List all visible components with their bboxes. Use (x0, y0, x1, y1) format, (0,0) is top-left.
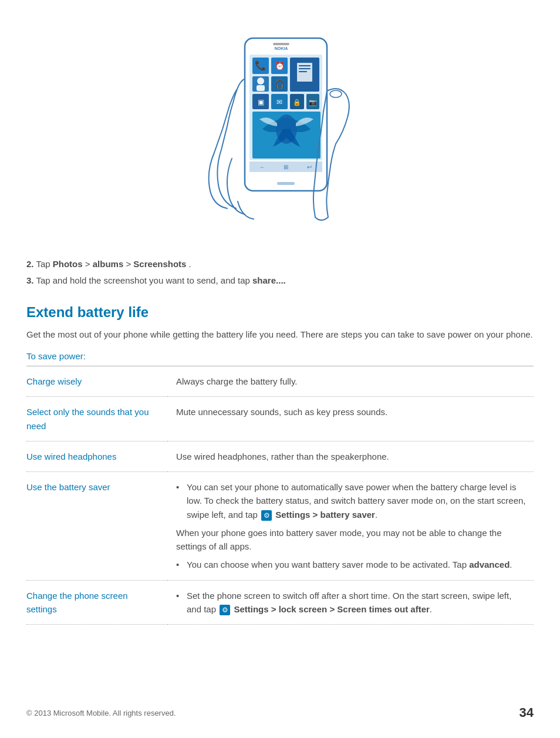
table-label: To save power: (26, 351, 534, 361)
svg-rect-10 (299, 65, 311, 66)
row-content-headphones: Use wired headphones, rather than the sp… (167, 441, 534, 471)
step3-text: 3. Tap and hold the screenshot you want … (26, 274, 534, 288)
svg-text:↩: ↩ (307, 164, 312, 170)
svg-text:⊞: ⊞ (284, 164, 288, 170)
settings-icon-2 (220, 605, 230, 615)
phone-illustration: NOKIA 📞 ⏰ 🎧 (26, 18, 534, 241)
footer: © 2013 Microsoft Mobile. All rights rese… (26, 705, 534, 720)
settings-nav-1: Settings > battery saver (275, 510, 375, 520)
advanced-label: advanced (469, 560, 510, 569)
svg-rect-11 (299, 68, 311, 69)
power-table: Charge wisely Always charge the battery … (26, 366, 534, 625)
row-content-screen: Set the phone screen to switch off after… (167, 580, 534, 625)
settings-icon (261, 510, 272, 521)
list-item: You can choose when you want battery sav… (176, 558, 528, 571)
row-label-battery-saver: Use the battery saver (26, 472, 167, 581)
step2-text: 2. Tap Photos > albums > Screenshots . (26, 257, 534, 271)
svg-text:🔒: 🔒 (293, 98, 301, 106)
step2-photos: Photos (53, 259, 83, 269)
list-item: You can set your phone to automatically … (176, 480, 528, 521)
table-row: Change the phone screen settings Set the… (26, 580, 534, 625)
row-content-battery-saver: You can set your phone to automatically … (167, 472, 534, 581)
svg-rect-2 (273, 43, 289, 45)
step2-number: 2. (26, 259, 34, 269)
list-item: Set the phone screen to switch off after… (176, 589, 528, 616)
svg-rect-12 (299, 71, 307, 72)
svg-text:📞: 📞 (255, 60, 266, 71)
step2-albums: albums (93, 259, 124, 269)
svg-rect-32 (277, 182, 295, 185)
svg-text:⏰: ⏰ (275, 61, 285, 71)
settings-nav-2: Settings > lock screen > Screen times ou… (234, 604, 429, 614)
footer-copyright: © 2013 Microsoft Mobile. All rights rese… (26, 709, 176, 717)
svg-point-33 (330, 90, 342, 97)
table-row: Use the battery saver You can set your p… (26, 472, 534, 581)
table-row: Use wired headphones Use wired headphone… (26, 441, 534, 471)
intro-text: Get the most out of your phone while get… (26, 328, 534, 342)
svg-rect-16 (257, 85, 265, 91)
svg-text:NOKIA: NOKIA (275, 46, 288, 50)
svg-text:🎧: 🎧 (275, 79, 285, 89)
table-row: Charge wisely Always charge the battery … (26, 366, 534, 397)
phone-svg: NOKIA 📞 ⏰ 🎧 (186, 21, 374, 238)
row-content-charge: Always charge the battery fully. (167, 366, 534, 397)
row-label-screen: Change the phone screen settings (26, 580, 167, 625)
step3-share: share.... (252, 275, 286, 285)
svg-text:▣: ▣ (258, 98, 264, 106)
table-row: Select only the sounds that you need Mut… (26, 397, 534, 442)
page: NOKIA 📞 ⏰ 🎧 (0, 0, 560, 738)
sub-note-battery: When your phone goes into battery saver … (176, 526, 528, 554)
row-label-charge: Charge wisely (26, 366, 167, 397)
svg-text:←: ← (259, 164, 265, 170)
row-label-headphones: Use wired headphones (26, 441, 167, 471)
row-content-sounds: Mute unnecessary sounds, such as key pre… (167, 397, 534, 442)
footer-page-number: 34 (519, 705, 534, 720)
svg-text:📷: 📷 (309, 98, 317, 106)
instructions: 2. Tap Photos > albums > Screenshots . 3… (26, 257, 534, 288)
step2-screenshots: Screenshots (133, 259, 186, 269)
row-label-sounds: Select only the sounds that you need (26, 397, 167, 442)
svg-point-15 (257, 77, 264, 85)
svg-text:✉: ✉ (276, 98, 282, 106)
section-heading: Extend battery life (26, 304, 534, 321)
